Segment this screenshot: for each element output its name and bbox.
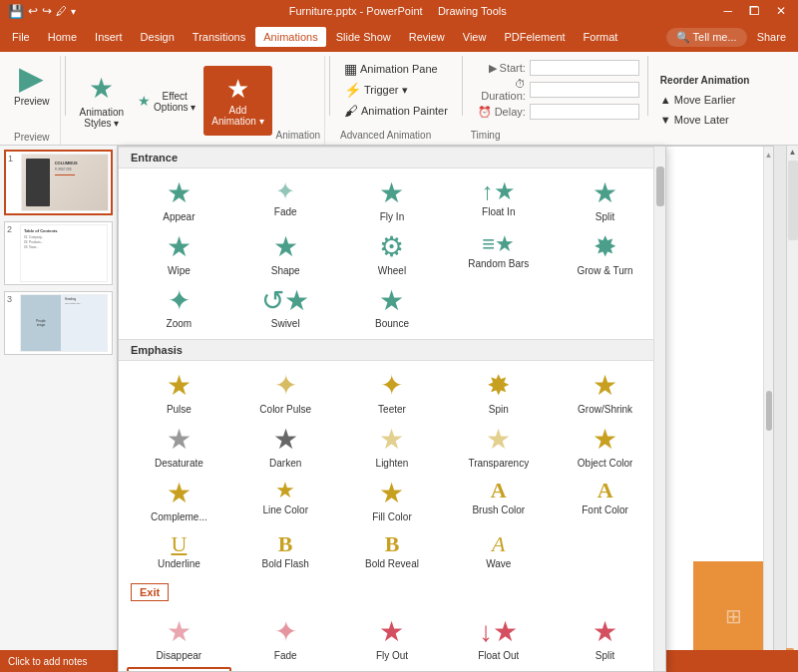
anim-growshrink[interactable]: ★ Grow/Shrink xyxy=(553,367,657,419)
anim-boldreveal[interactable]: B Bold Reveal xyxy=(340,528,445,573)
anim-transparency[interactable]: ★ Transparency xyxy=(446,421,551,473)
anim-underline[interactable]: U Underline xyxy=(127,528,231,573)
menu-transitions[interactable]: Transitions xyxy=(185,27,253,47)
anim-teeter[interactable]: ✦ Teeter xyxy=(340,367,445,419)
menu-slideshow[interactable]: Slide Show xyxy=(328,27,399,47)
flyout-label: Fly Out xyxy=(376,650,408,661)
anim-shrink[interactable]: ✸ Shrink & Tu... xyxy=(553,667,657,672)
anim-boldflash[interactable]: B Bold Flash xyxy=(233,528,338,573)
main-scrollbar[interactable] xyxy=(788,161,798,240)
menu-design[interactable]: Design xyxy=(133,27,183,47)
anim-randombars[interactable]: ≡★ Random Bars xyxy=(446,228,551,280)
anim-bounce[interactable]: ★ Bounce xyxy=(340,282,445,334)
anim-disappear[interactable]: ★ Disappear xyxy=(127,613,231,665)
anim-wheel[interactable]: ⚙ Wheel xyxy=(340,228,445,280)
linecolor-icon: ★ xyxy=(275,479,295,503)
move-later-button[interactable]: ▼ Move Later xyxy=(656,112,754,128)
anim-spin[interactable]: ✸ Spin xyxy=(446,367,551,419)
canvas-scrollbar[interactable]: ▲ ▼ xyxy=(763,147,773,671)
anim-fillcolor[interactable]: ★ Fill Color xyxy=(340,475,445,526)
anim-floatout[interactable]: ↓★ Float Out xyxy=(446,613,551,665)
animation-painter-button[interactable]: 🖌 Animation Painter xyxy=(340,102,452,120)
teeter-label: Teeter xyxy=(378,404,406,415)
anim-wheel-exit[interactable]: ⚙ Wheel xyxy=(340,667,445,672)
menu-pdfelement[interactable]: PDFelement xyxy=(496,27,573,47)
anim-objectcolor[interactable]: ★ Object Color xyxy=(553,421,657,473)
anim-fade[interactable]: ✦ Fade xyxy=(233,174,338,226)
slide-thumb-3[interactable]: 3 Peopleimage Heading Text content here xyxy=(4,291,113,355)
share-button[interactable]: Share xyxy=(749,27,794,47)
anim-wave[interactable]: A Wave xyxy=(446,528,551,573)
anim-zoom[interactable]: ✦ Zoom xyxy=(127,282,231,334)
app-title: Furniture.pptx - PowerPoint Drawing Tool… xyxy=(76,5,719,17)
move-earlier-button[interactable]: ▲ Move Earlier xyxy=(656,92,754,108)
menu-file[interactable]: File xyxy=(4,27,38,47)
redo-icon[interactable]: ↪ xyxy=(42,4,52,18)
preview-button[interactable]: ▶ Preview xyxy=(10,60,54,109)
anim-colorpulse[interactable]: ✦ Color Pulse xyxy=(233,367,338,419)
anim-brushcolor[interactable]: A Brush Color xyxy=(446,475,551,526)
start-input[interactable] xyxy=(530,60,639,76)
anim-linecolor[interactable]: ★ Line Color xyxy=(233,475,338,526)
anim-pulse[interactable]: ★ Pulse xyxy=(127,367,231,419)
title-bar-controls: ─ ⧠ ✕ xyxy=(719,4,790,18)
anim-fade-exit[interactable]: ✦ Fade xyxy=(233,613,338,665)
darken-label: Darken xyxy=(269,458,301,469)
anim-growturn[interactable]: ✸ Grow & Turn xyxy=(553,228,657,280)
animation-styles-button[interactable]: ★ AnimationStyles ▾ xyxy=(74,70,130,131)
anim-wipe-exit[interactable]: ★ Wipe xyxy=(127,667,231,672)
anim-desaturate[interactable]: ★ Desaturate xyxy=(127,421,231,473)
main-scroll-up[interactable]: ▲ xyxy=(787,146,798,159)
anim-complement[interactable]: ★ Compleme... xyxy=(127,475,231,526)
slide-thumb-1[interactable]: 1 COLUMBUS FURNITURE xyxy=(4,150,113,215)
menu-insert[interactable]: Insert xyxy=(87,27,131,47)
panel-scroll-thumb[interactable] xyxy=(656,167,664,206)
anim-randombars-exit[interactable]: ≡★ Random Bars xyxy=(446,667,551,672)
delay-input[interactable] xyxy=(530,104,639,120)
tell-me-input[interactable]: 🔍 Tell me... xyxy=(666,28,747,47)
trigger-button[interactable]: ⚡ Trigger ▾ xyxy=(340,81,452,99)
anim-fontcolor[interactable]: A Font Color xyxy=(553,475,657,526)
close-button[interactable]: ✕ xyxy=(772,4,790,18)
slide-thumb-2[interactable]: 2 Table of Contents 01. Company... 02. P… xyxy=(4,221,113,285)
anim-darken[interactable]: ★ Darken xyxy=(233,421,338,473)
slide-num-3: 3 xyxy=(7,294,17,304)
anim-split[interactable]: ★ Split xyxy=(553,174,657,226)
anim-wipe[interactable]: ★ Wipe xyxy=(127,228,231,280)
linecolor-label: Line Color xyxy=(262,504,308,515)
emphasis-grid: ★ Pulse ✦ Color Pulse ✦ Teeter ✸ Spin ★ xyxy=(119,361,665,579)
effect-options-button[interactable]: ★ EffectOptions ▾ xyxy=(134,87,200,115)
colorpulse-icon: ✦ xyxy=(274,371,297,402)
scroll-thumb[interactable] xyxy=(766,391,772,431)
save-icon[interactable]: 💾 xyxy=(8,4,24,19)
brushcolor-label: Brush Color xyxy=(472,504,525,515)
customize-icon[interactable]: 🖊 xyxy=(56,5,67,17)
shape-label: Shape xyxy=(271,265,300,276)
scroll-up[interactable]: ▲ xyxy=(765,151,773,160)
menu-home[interactable]: Home xyxy=(40,27,85,47)
restore-button[interactable]: ⧠ xyxy=(744,4,764,18)
menu-view[interactable]: View xyxy=(455,27,495,47)
minimize-button[interactable]: ─ xyxy=(719,4,736,18)
pulse-icon: ★ xyxy=(167,371,192,402)
anim-shape[interactable]: ★ Shape xyxy=(233,228,338,280)
anim-shape-exit[interactable]: ★ Shape xyxy=(233,667,338,672)
menu-format[interactable]: Format xyxy=(576,27,626,47)
duration-input[interactable] xyxy=(530,82,639,98)
trigger-icon: ⚡ xyxy=(344,82,361,98)
undo-icon[interactable]: ↩ xyxy=(28,4,38,18)
anim-appear[interactable]: ★ Appear xyxy=(127,174,231,226)
painter-icon: 🖌 xyxy=(344,103,358,119)
anim-flyin[interactable]: ★ Fly In xyxy=(340,174,445,226)
menu-review[interactable]: Review xyxy=(401,27,453,47)
anim-floatin[interactable]: ↑★ Float In xyxy=(446,174,551,226)
anim-flyout[interactable]: ★ Fly Out xyxy=(340,613,445,665)
flyin-icon: ★ xyxy=(379,178,404,209)
anim-split-exit[interactable]: ★ Split xyxy=(553,613,657,665)
panel-scrollbar[interactable] xyxy=(653,147,665,671)
animation-pane-button[interactable]: ▦ Animation Pane xyxy=(340,60,452,78)
add-animation-button[interactable]: ★ AddAnimation ▾ xyxy=(203,66,271,136)
anim-swivel[interactable]: ↺★ Swivel xyxy=(233,282,338,334)
menu-animations[interactable]: Animations xyxy=(255,27,325,47)
anim-lighten[interactable]: ★ Lighten xyxy=(340,421,445,473)
